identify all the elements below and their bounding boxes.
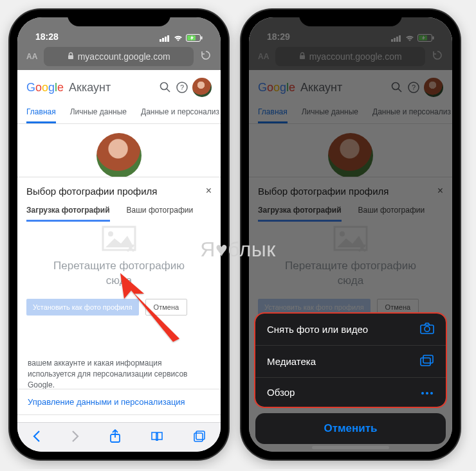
photo-picker-dialog: Выбор фотографии профиля × Загрузка фото… <box>17 177 221 324</box>
tabs-icon[interactable] <box>193 430 206 445</box>
dropzone-line2: сюда <box>106 274 132 287</box>
tab-data[interactable]: Данные и персонализ <box>141 103 219 123</box>
svg-point-13 <box>108 231 113 236</box>
tab-personal[interactable]: Личные данные <box>70 103 127 123</box>
dialog-tabs: Загрузка фотографий Ваши фотографии <box>26 206 212 222</box>
status-icons <box>160 34 203 42</box>
dropzone-line1: Перетащите фотографию <box>53 260 185 272</box>
help-icon[interactable]: ? <box>176 81 188 94</box>
close-icon[interactable]: × <box>206 185 212 197</box>
url-field[interactable]: myaccount.google.com <box>44 47 194 66</box>
action-sheet-group: Снять фото или видео Медиатека Обзор <box>255 314 446 407</box>
more-icon <box>420 387 434 398</box>
image-placeholder-icon <box>102 226 136 254</box>
svg-point-8 <box>161 83 168 90</box>
share-icon[interactable] <box>109 429 121 446</box>
bookmarks-icon[interactable] <box>151 431 163 445</box>
svg-point-33 <box>425 326 430 332</box>
dialog-tab-yours[interactable]: Ваши фотографии <box>127 206 194 222</box>
screen-left: 18:28 AA myaccount.google.com <box>17 17 221 452</box>
action-cancel-button[interactable]: Отменить <box>255 413 446 444</box>
status-time: 18:28 <box>35 31 59 42</box>
reload-icon[interactable] <box>200 49 212 64</box>
safari-toolbar <box>17 422 221 452</box>
dropzone[interactable]: Перетащите фотографию сюда <box>26 222 212 295</box>
google-logo: Google <box>26 81 64 94</box>
forward-icon[interactable] <box>71 430 80 445</box>
action-browse-label: Обзор <box>267 387 295 398</box>
svg-rect-5 <box>201 37 203 40</box>
svg-rect-3 <box>167 35 169 42</box>
avatar[interactable] <box>192 78 212 97</box>
reader-aa-button[interactable]: AA <box>26 52 37 61</box>
svg-rect-1 <box>162 38 164 42</box>
battery-icon <box>186 34 203 42</box>
notch <box>68 10 170 26</box>
action-photo-library[interactable]: Медиатека <box>255 346 446 378</box>
lock-icon <box>68 51 74 62</box>
dialog-title: Выбор фотографии профиля <box>26 186 157 197</box>
phone-left: 18:28 AA myaccount.google.com <box>10 10 228 459</box>
profile-area <box>17 124 221 178</box>
phone-right: 18:29 AA myaccount.google.com <box>241 10 460 459</box>
screen-right: 18:29 AA myaccount.google.com <box>249 17 452 452</box>
cellular-icon <box>160 35 170 42</box>
action-take-photo[interactable]: Снять фото или видео <box>255 314 446 346</box>
account-label: Аккаунт <box>69 81 111 94</box>
svg-point-37 <box>426 392 428 395</box>
cancel-button[interactable]: Отмена <box>145 299 187 315</box>
action-sheet: Снять фото или видео Медиатека Обзор Отм… <box>255 314 446 444</box>
action-take-photo-label: Снять фото или видео <box>267 324 368 335</box>
account-tabs: Главная Личные данные Данные и персонали… <box>17 103 221 124</box>
svg-rect-16 <box>196 431 205 440</box>
svg-rect-0 <box>160 39 161 42</box>
back-icon[interactable] <box>32 430 41 445</box>
photos-stack-icon <box>420 355 434 368</box>
dialog-tab-upload[interactable]: Загрузка фотографий <box>26 206 110 222</box>
svg-rect-35 <box>421 358 430 366</box>
notch <box>299 10 402 26</box>
profile-avatar[interactable] <box>96 133 142 178</box>
svg-text:?: ? <box>180 84 184 91</box>
action-browse[interactable]: Обзор <box>255 378 446 407</box>
search-icon[interactable] <box>159 81 172 94</box>
manage-data-link[interactable]: Управление данными и персонализация <box>17 389 221 415</box>
info-text: вашем аккаунте и какая информация исполь… <box>17 358 221 390</box>
wifi-icon <box>173 35 183 42</box>
svg-rect-2 <box>165 37 167 42</box>
svg-line-9 <box>167 89 170 92</box>
svg-rect-7 <box>68 55 73 59</box>
svg-rect-17 <box>194 433 203 441</box>
safari-url-bar: AA myaccount.google.com <box>17 43 221 70</box>
svg-rect-34 <box>423 355 433 363</box>
home-indicator <box>312 446 389 449</box>
url-text: myaccount.google.com <box>78 51 170 62</box>
tab-home[interactable]: Главная <box>26 103 56 123</box>
google-header: Google Аккаунт ? <box>17 70 221 103</box>
camera-icon <box>420 323 434 336</box>
set-profile-photo-button[interactable]: Установить как фото профиля <box>26 299 139 315</box>
svg-point-38 <box>430 392 433 395</box>
action-library-label: Медиатека <box>267 356 316 367</box>
svg-point-36 <box>421 392 424 395</box>
